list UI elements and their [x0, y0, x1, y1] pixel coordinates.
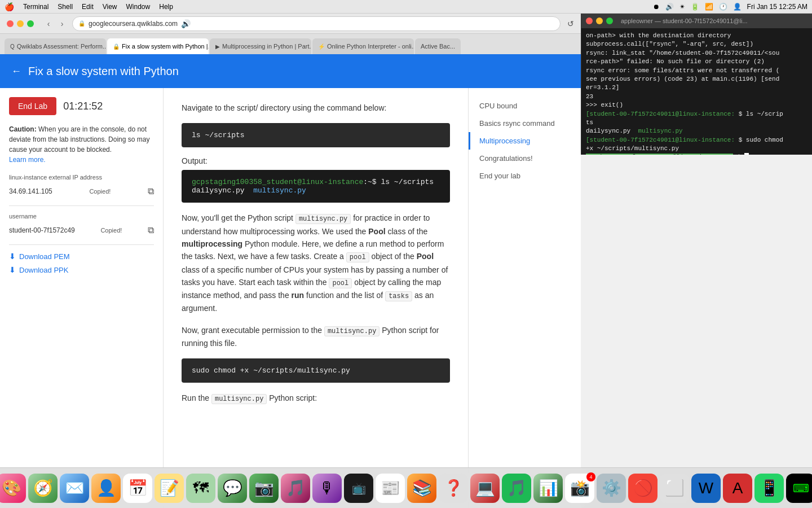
terminal-line-14: +x ~/scripts/multisync.py [586, 144, 807, 153]
reload-button[interactable]: ↺ [567, 19, 574, 28]
copy-username-button[interactable]: ⧉ [148, 225, 154, 235]
dock-facetime[interactable]: 📷 [249, 474, 279, 503]
dock-appletv[interactable]: 📺 [344, 474, 373, 503]
menu-view[interactable]: View [103, 3, 117, 11]
terminal-window: appleowner — student-00-7f1572c49011@li.… [581, 14, 812, 155]
dock-messages[interactable]: 💬 [218, 474, 247, 503]
dock-maps[interactable]: 🗺 [186, 474, 215, 503]
dock-calendar[interactable]: 📅 [123, 474, 152, 503]
wifi-icon[interactable]: 📶 [705, 3, 713, 11]
toc-item-multiprocessing[interactable]: Multiprocessing [469, 132, 581, 150]
dock-mail[interactable]: ✉️ [60, 474, 89, 503]
inline-code-multisync: multisync.py [295, 214, 351, 224]
maximize-button[interactable] [27, 20, 34, 27]
dock-notes[interactable]: 📝 [155, 474, 184, 503]
current-time: Fri Jan 15 12:25 AM [747, 3, 807, 11]
terminal-title: appleowner — student-00-7f1572c49011@li.… [621, 17, 748, 24]
terminal-line-7: er=3.1.2] [586, 84, 807, 92]
right-sidebar-toc: CPU bound Basics rsync command Multiproc… [468, 88, 581, 508]
content-area: Navigate to the script/ directory using … [164, 88, 468, 508]
username-section-label: username [9, 213, 154, 220]
dock-safari[interactable]: 🧭 [28, 474, 58, 503]
dock-numbers[interactable]: 📊 [533, 474, 563, 503]
back-button[interactable]: ← [11, 65, 21, 77]
dock-launchpad[interactable]: 🎨 [0, 474, 26, 503]
dock-remote-desktop[interactable]: 💻 [470, 474, 500, 503]
end-lab-button[interactable]: End Lab [9, 97, 56, 115]
url-text: googlecoursera.qwiklabs.com [89, 20, 178, 28]
toc-item-cpu-bound[interactable]: CPU bound [469, 97, 581, 115]
dock-photos[interactable]: 📸 4 [565, 474, 594, 503]
terminal-line-9: >>> exit() [586, 101, 807, 110]
menu-help[interactable]: Help [159, 3, 173, 11]
tab-favicon-2: ▶ [215, 42, 220, 50]
terminal-close-button[interactable] [586, 17, 593, 24]
copy-ip-button[interactable]: ⧉ [148, 186, 154, 196]
minimize-button[interactable] [17, 20, 24, 27]
caution-label: Caution: [9, 125, 37, 133]
download-ppk-link[interactable]: ⬇ Download PPK [9, 265, 154, 274]
dock-whatsapp[interactable]: 📱 [754, 474, 784, 503]
dock-do-not-disturb[interactable]: 🚫 [628, 474, 657, 503]
tab-favicon-1: 🔒 [113, 42, 120, 50]
tab-python-interpreter[interactable]: ⚡ Online Python Interpreter - onli... [312, 38, 414, 54]
menu-edit[interactable]: Edit [82, 3, 94, 11]
tab-multiprocessing[interactable]: ▶ Multiprocessing in Python | Part... [210, 38, 311, 54]
address-bar[interactable]: 🔒 googlecoursera.qwiklabs.com 🔊 [72, 16, 561, 31]
dock-music[interactable]: 🎵 [281, 474, 310, 503]
tab-label-4: Active Bac... [421, 43, 455, 50]
dock-unknown[interactable]: ⬜ [660, 474, 689, 503]
terminal-maximize-button[interactable] [606, 17, 613, 24]
learn-more-link[interactable]: Learn more. [9, 156, 46, 164]
dock-books[interactable]: 📚 [407, 474, 436, 503]
page-title: Fix a slow system with Python [28, 65, 179, 78]
toc-item-rsync[interactable]: Basics rsync command [469, 115, 581, 132]
toc-item-end-lab[interactable]: End your lab [469, 167, 581, 185]
tab-active-bac[interactable]: Active Bac... [415, 38, 461, 54]
dock-word[interactable]: W [691, 474, 721, 503]
tab-fix-slow-system[interactable]: 🔒 Fix a slow system with Python |... [107, 38, 209, 54]
volume-icon[interactable]: 🔊 [665, 3, 674, 11]
close-button[interactable] [7, 20, 14, 27]
menu-window[interactable]: Window [126, 3, 151, 11]
dock-news[interactable]: 📰 [376, 474, 405, 503]
terminal-content[interactable]: on-path> with the destination directory … [581, 28, 812, 155]
dock-spotify[interactable]: 🎵 [502, 474, 531, 503]
dock-help[interactable]: ❓ [439, 474, 468, 503]
terminal-line-6: see previous errors) (code 23) at main.c… [586, 75, 807, 84]
inline-code-pool-1: pool [346, 252, 369, 262]
menu-shell[interactable]: Shell [58, 3, 73, 11]
end-lab-row: End Lab 01:21:52 [9, 97, 154, 115]
tab-label-0: Qwiklabs Assessment: Perform... [17, 43, 106, 50]
command-block-2: sudo chmod +x ~/scripts/multisync.py [182, 358, 450, 383]
dock-podcasts[interactable]: 🎙 [312, 474, 342, 503]
tab-label-1: Fix a slow system with Python |... [122, 43, 209, 50]
page-header: ← Fix a slow system with Python [0, 54, 581, 88]
terminal-minimize-button[interactable] [596, 17, 603, 24]
dock-contacts[interactable]: 👤 [91, 474, 121, 503]
nav-buttons: ‹ › [43, 18, 68, 29]
inline-code-multisync-2: multisync.py [324, 326, 379, 336]
back-nav-button[interactable]: ‹ [43, 18, 54, 29]
menubar: 🍎 Terminal Shell Edit View Window Help ⏺… [0, 0, 812, 14]
ip-section-label: linux-instance external IP address [9, 174, 154, 181]
output-block: gcpstaging100358_student@linux-instance:… [182, 170, 450, 203]
toc-item-congratulations[interactable]: Congratulations! [469, 150, 581, 167]
download-pem-link[interactable]: ⬇ Download PEM [9, 252, 154, 261]
apple-menu-icon[interactable]: 🍎 [5, 2, 14, 11]
dock-acrobat[interactable]: A [723, 474, 752, 503]
output-prompt: gcpstaging100358_student@linux-instance [192, 178, 363, 186]
forward-nav-button[interactable]: › [56, 18, 68, 29]
bluetooth-icon[interactable]: ✴ [679, 3, 685, 11]
audio-icon[interactable]: 🔊 [181, 19, 191, 28]
tab-qwiklabs[interactable]: Q Qwiklabs Assessment: Perform... [5, 38, 106, 54]
menu-terminal[interactable]: Terminal [23, 3, 48, 11]
dock-photos-badge: 4 [586, 472, 595, 481]
user-icon[interactable]: 👤 [733, 3, 742, 11]
inline-code-pool-2: pool [329, 278, 352, 288]
dock-terminal[interactable]: ⌨ [786, 474, 812, 503]
ip-value: 34.69.141.105 [9, 187, 52, 195]
terminal-line-5: rsync error: some files/attrs were not t… [586, 67, 807, 75]
dock-settings[interactable]: ⚙️ [597, 474, 626, 503]
battery-icon[interactable]: 🔋 [691, 3, 699, 11]
